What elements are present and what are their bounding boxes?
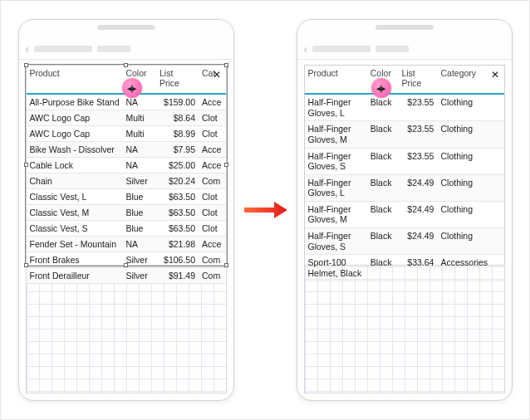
cell-category: Com [199,252,225,268]
header-title-placeholder [97,46,130,52]
selection-handle[interactable] [24,163,28,167]
cell-color: Multi [122,110,156,126]
cell-category: Acce [199,94,225,110]
table-row[interactable]: Classic Vest, MBlue$63.50Clot [27,205,226,221]
cell-category: Clot [199,126,225,142]
close-icon[interactable]: ✕ [213,69,221,81]
cell-product: Classic Vest, L [27,189,123,205]
table-row[interactable]: Classic Vest, SBlue$63.50Clot [27,221,226,237]
table-row[interactable]: Half-Finger Gloves, MBlack$23.55Clothing [305,121,504,148]
cell-price: $63.50 [156,189,199,205]
cell-product: Bike Wash - Dissolver [27,142,123,158]
table-row[interactable]: Half-Finger Gloves, LBlack$24.49Clothing [305,174,504,201]
table-row[interactable]: Bike Wash - DissolverNA$7.95Acce [27,142,226,158]
column-resize-handle-icon[interactable]: ◂|▸ [122,78,142,98]
cell-color: Black [367,228,399,255]
cell-color: Black [367,121,399,148]
close-icon[interactable]: ✕ [491,69,499,81]
cell-category: Clothing [437,201,503,227]
cell-price: $23.55 [398,121,437,148]
cell-price: $20.24 [156,173,199,189]
cell-price: $24.49 [398,201,437,227]
cell-product: Half-Finger Gloves, L [305,174,367,201]
selection-handle[interactable] [224,263,228,267]
selection-handle[interactable] [224,63,228,67]
table-row[interactable]: AWC Logo CapMulti$8.64Clot [27,110,226,126]
phone-frame-left: ‹ ProductColorList PriceCatAll-Purpose B… [18,19,234,401]
header-title-placeholder [312,46,371,52]
cell-product: Front Derailleur [27,268,123,284]
cell-price: $8.64 [156,110,199,126]
cell-category: Clothing [437,174,503,201]
back-icon[interactable]: ‹ [304,42,308,56]
cell-product: Sport-100 Helmet, Black [305,255,367,281]
cell-color: Blue [122,205,156,221]
cell-product: Classic Vest, S [27,221,123,237]
arrow-icon [243,198,288,222]
table-row[interactable]: Half-Finger Gloves, MBlack$24.49Clothing [305,201,504,227]
selection-handle[interactable] [224,163,228,167]
column-header-price[interactable]: List Price [156,66,199,94]
table-row[interactable]: Fender Set - MountainNA$21.98Acce [27,237,226,252]
cell-color: Blue [122,221,156,237]
app-header: ‹ [297,38,512,60]
cell-product: All-Purpose Bike Stand [27,94,123,110]
cell-color: Black [367,174,399,201]
cell-category: Clothing [437,94,503,121]
table-row[interactable]: Half-Finger Gloves, LBlack$23.55Clothing [305,94,504,121]
notch [97,25,155,30]
cell-price: $23.55 [398,94,437,121]
column-header-price[interactable]: List Price [398,66,437,94]
selection-handle[interactable] [24,263,28,267]
cell-price: $7.95 [156,142,199,158]
table-row[interactable]: Classic Vest, LBlue$63.50Clot [27,189,226,205]
table-row[interactable]: Half-Finger Gloves, SBlack$23.55Clothing [305,148,504,174]
cell-product: Half-Finger Gloves, S [305,228,367,255]
cell-price: $8.99 [156,126,199,142]
table-row[interactable]: Half-Finger Gloves, SBlack$24.49Clothing [305,228,504,255]
cell-color: NA [122,142,156,158]
data-table[interactable]: ProductColorList PriceCategoryHalf-Finge… [304,65,505,266]
column-header-product[interactable]: Product [27,66,123,94]
cell-color: Silver [122,173,156,189]
phone-frame-right: ‹ ProductColorList PriceCategoryHalf-Fin… [297,19,513,401]
table-row[interactable]: ChainSilver$20.24Com [27,173,226,189]
cell-category: Com [199,173,225,189]
table-row[interactable]: Cable LockNA$25.00Acce [27,158,226,173]
cell-color: NA [122,158,156,173]
selection-handle[interactable] [24,63,28,67]
cell-price: $24.49 [398,228,437,255]
cell-product: Cable Lock [27,158,123,173]
table-row[interactable]: Sport-100 Helmet, BlackBlack$33.64Access… [305,255,504,281]
cell-price: $159.00 [156,94,199,110]
app-header: ‹ [19,38,233,60]
cell-product: AWC Logo Cap [27,110,123,126]
column-resize-handle-icon[interactable]: ◂|▸ [371,78,391,98]
selection-handle[interactable] [124,63,128,67]
cell-price: $63.50 [156,205,199,221]
cell-product: AWC Logo Cap [27,126,123,142]
cell-product: Fender Set - Mountain [27,237,123,252]
table-row[interactable]: Front DerailleurSilver$91.49Com [27,268,226,284]
selection-handle[interactable] [124,263,128,267]
table-row[interactable]: AWC Logo CapMulti$8.99Clot [27,126,226,142]
cell-category: Clothing [437,121,503,148]
cell-category: Clothing [437,228,503,255]
back-icon[interactable]: ‹ [26,42,30,56]
cell-category: Clot [199,110,225,126]
cell-price: $91.49 [156,268,199,284]
cell-category: Clot [199,221,225,237]
cell-category: Clot [199,189,225,205]
cell-product: Half-Finger Gloves, M [305,201,367,227]
cell-color: Blue [122,189,156,205]
cell-price: $21.98 [156,237,199,252]
cell-price: $23.55 [398,148,437,174]
cell-color: Black [367,201,399,227]
data-table[interactable]: ProductColorList PriceCatAll-Purpose Bik… [26,65,227,266]
cell-category: Acce [199,142,225,158]
cell-category: Clot [199,205,225,221]
cell-color: Black [367,94,399,121]
column-header-product[interactable]: Product [305,66,367,94]
cell-category: Accessories [437,255,503,281]
cell-product: Chain [27,173,123,189]
